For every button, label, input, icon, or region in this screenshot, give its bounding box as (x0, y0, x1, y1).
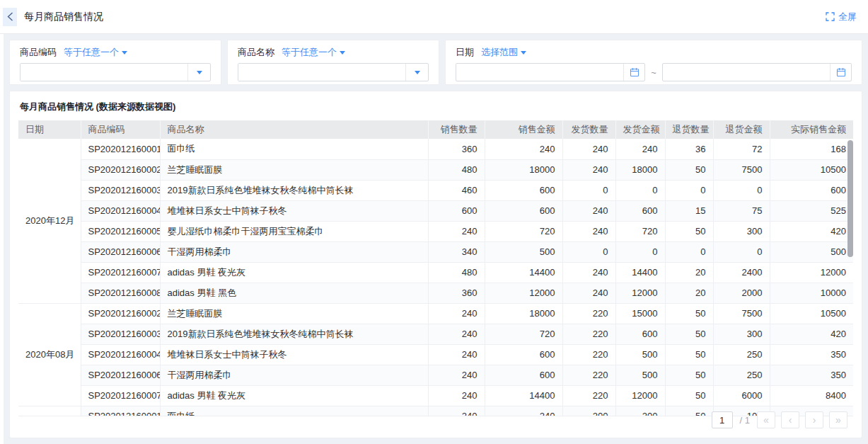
cell-product-name: 面巾纸 (160, 406, 428, 416)
calendar-icon (630, 67, 640, 77)
page-title: 每月商品销售情况 (24, 11, 103, 23)
next-page-button[interactable]: › (805, 411, 823, 428)
cell-value: 7500 (713, 303, 770, 324)
column-header: 商品编码 (81, 120, 160, 139)
date-group-cell: 2020年08月 (18, 303, 81, 406)
cell-value: 14400 (485, 385, 562, 406)
prev-page-button[interactable]: ‹ (781, 411, 799, 428)
cell-product-name: 兰芝睡眠面膜 (160, 159, 428, 180)
cell-value: 14400 (615, 262, 665, 283)
caret-down-icon (340, 51, 345, 57)
filter-operator-label: 选择范围 (481, 46, 518, 59)
filter-operator-product-code[interactable]: 等于任意一个 (64, 46, 127, 59)
cell-product-name: 堆堆袜日系女士中筒袜子秋冬 (160, 344, 428, 365)
calendar-button[interactable] (623, 64, 644, 81)
cell-product-code: SP202012160006 (81, 241, 160, 262)
cell-value: 500 (615, 365, 665, 385)
cell-value: 15 (665, 200, 713, 221)
cell-value: 500 (770, 241, 853, 262)
column-header: 实际销售金额 (770, 120, 853, 139)
cell-product-name: 干湿两用棉柔巾 (160, 241, 428, 262)
table-row: SP2020121600032019新款日系纯色堆堆袜女秋冬纯棉中筒长袜4606… (18, 180, 853, 200)
table-row: SP202012160008adidas 男鞋 黑色36012000240120… (18, 283, 853, 303)
filter-operator-date[interactable]: 选择范围 (481, 46, 526, 59)
filter-product-code: 商品编码 等于任意一个 (9, 40, 221, 85)
cell-product-name: 干湿两用棉柔巾 (160, 365, 428, 385)
cell-value: 50 (665, 385, 713, 406)
cell-value: 600 (485, 200, 562, 221)
filter-row: 商品编码 等于任意一个 商品名称 等于任意一个 (9, 40, 862, 85)
filter-label-date: 日期 (456, 46, 474, 59)
cell-product-code: SP202012160002 (81, 303, 160, 324)
top-bar: 每月商品销售情况 全屏 (0, 0, 868, 34)
cell-value: 250 (713, 344, 770, 365)
cell-value: 600 (485, 180, 562, 200)
cell-product-code: SP202012160001 (81, 139, 160, 159)
cell-value: 36 (665, 139, 713, 159)
prev-page-icon: ‹ (789, 415, 792, 425)
table-row: SP2020121600032019新款日系纯色堆堆袜女秋冬纯棉中筒长袜2407… (18, 324, 853, 344)
product-code-input[interactable] (21, 64, 187, 81)
cell-value: 10000 (770, 283, 853, 303)
date-group-cell (18, 406, 81, 416)
cell-value: 360 (428, 139, 485, 159)
filter-date: 日期 选择范围 ~ (445, 40, 862, 85)
cell-value: 600 (485, 365, 562, 385)
fullscreen-button[interactable]: 全屏 (826, 11, 857, 23)
filter-product-name: 商品名称 等于任意一个 (227, 40, 439, 85)
chevron-left-icon (7, 12, 13, 21)
cell-product-code: SP202012160008 (81, 283, 160, 303)
product-code-select (20, 63, 211, 81)
cell-value: 12000 (615, 385, 665, 406)
table-row: SP202012160006干湿两用棉柔巾2406002205005025035… (18, 365, 853, 385)
cell-product-name: 面巾纸 (160, 139, 428, 159)
product-name-dropdown-button[interactable] (405, 64, 428, 81)
cell-value: 420 (770, 221, 853, 241)
current-page-box[interactable]: 1 (712, 411, 733, 428)
cell-value: 240 (562, 200, 615, 221)
cell-value: 0 (713, 241, 770, 262)
table-row: SP202012160007adidas 男鞋 夜光灰2401440022012… (18, 385, 853, 406)
back-button[interactable] (3, 8, 17, 26)
fullscreen-label: 全屏 (838, 11, 857, 23)
cell-value: 0 (562, 180, 615, 200)
cell-product-code: SP202012160006 (81, 365, 160, 385)
last-page-button[interactable]: » (829, 411, 847, 428)
cell-value: 20 (665, 262, 713, 283)
vertical-scrollbar[interactable] (847, 140, 853, 257)
cell-value: 72 (713, 139, 770, 159)
cell-value: 350 (770, 344, 853, 365)
cell-value: 240 (562, 221, 615, 241)
pagination: 1 / 1 « ‹ › » (712, 411, 847, 428)
filter-operator-product-name[interactable]: 等于任意一个 (282, 46, 345, 59)
cell-product-code: SP202012160007 (81, 385, 160, 406)
caret-down-icon (521, 51, 526, 57)
product-code-dropdown-button[interactable] (187, 64, 210, 81)
page-total-label: / 1 (740, 415, 750, 426)
date-start-input[interactable] (456, 67, 623, 78)
cell-value: 50 (665, 365, 713, 385)
cell-value: 12000 (615, 283, 665, 303)
cell-value: 240 (615, 139, 665, 159)
product-name-input[interactable] (238, 64, 405, 81)
cell-product-name: 2019新款日系纯色堆堆袜女秋冬纯棉中筒长袜 (160, 324, 428, 344)
cell-value: 220 (562, 365, 615, 385)
first-page-button[interactable]: « (757, 411, 775, 428)
cell-value: 0 (615, 180, 665, 200)
cell-product-name: adidas 男鞋 夜光灰 (160, 385, 428, 406)
date-range: ~ (456, 63, 852, 81)
cell-value: 0 (665, 180, 713, 200)
cell-value: 50 (665, 324, 713, 344)
cell-value: 360 (428, 283, 485, 303)
table-row: SP202012160006干湿两用棉柔巾3405000000500 (18, 241, 853, 262)
cell-value: 240 (428, 324, 485, 344)
cell-value: 0 (562, 241, 615, 262)
cell-product-code: SP202012160007 (81, 262, 160, 283)
cell-value: 240 (485, 139, 562, 159)
calendar-button[interactable] (830, 64, 851, 81)
cell-product-name: 堆堆袜日系女士中筒袜子秋冬 (160, 200, 428, 221)
date-end-input[interactable] (663, 67, 830, 78)
cell-value: 460 (428, 180, 485, 200)
cell-value: 18000 (615, 159, 665, 180)
cell-value: 75 (713, 200, 770, 221)
